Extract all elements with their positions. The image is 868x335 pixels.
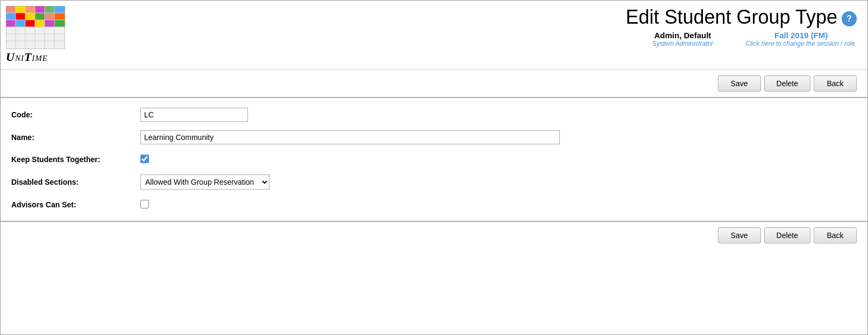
advisors-can-set-control [140,200,857,210]
disabled-sections-select[interactable]: Not Allowed Allowed Allowed With Group R… [140,175,269,190]
svg-rect-30 [6,41,16,49]
svg-rect-18 [6,27,16,34]
help-icon[interactable]: ? [842,11,857,26]
code-row: Code: [11,103,857,126]
user-info: Admin, Default System Administrator [652,31,714,47]
logo-text: UniTime [6,50,48,64]
logo-uni: Uni [6,50,24,64]
keep-together-checkbox[interactable] [140,155,149,163]
svg-rect-17 [54,20,65,27]
svg-rect-14 [25,20,35,27]
delete-button-top[interactable]: Delete [764,75,810,92]
page-title-row: Edit Student Group Type ? [625,6,857,29]
svg-rect-11 [54,13,65,20]
svg-rect-25 [16,34,25,41]
toolbar-top: Save Delete Back [1,70,867,98]
svg-rect-33 [35,41,45,49]
name-label: Name: [11,133,140,142]
keep-together-control [140,155,857,165]
advisors-can-set-label: Advisors Can Set: [11,200,140,209]
form-area: Code: Name: Keep Students Together: Disa… [1,98,867,222]
svg-rect-4 [45,6,54,13]
page-wrapper: UniTime Edit Student Group Type ? Admin,… [0,0,868,335]
svg-rect-7 [16,13,25,20]
svg-rect-0 [6,6,16,13]
code-label: Code: [11,110,140,119]
save-button-bottom[interactable]: Save [718,227,761,243]
svg-rect-12 [6,20,16,27]
svg-rect-19 [16,27,25,34]
name-control [140,130,857,144]
disabled-sections-row: Disabled Sections: Not Allowed Allowed A… [11,170,857,194]
user-role: System Administrator [652,40,714,47]
svg-rect-22 [45,27,54,34]
code-input[interactable] [140,108,248,122]
session-row: Admin, Default System Administrator Fall… [652,31,857,47]
svg-rect-13 [16,20,25,27]
session-info[interactable]: Fall 2019 (FM) Click here to change the … [745,31,857,47]
svg-rect-35 [54,41,65,49]
svg-rect-24 [6,34,16,41]
svg-rect-2 [25,6,35,13]
svg-rect-27 [35,34,45,41]
svg-rect-21 [35,27,45,34]
save-button-top[interactable]: Save [718,75,761,92]
svg-rect-29 [54,34,65,41]
header: UniTime Edit Student Group Type ? Admin,… [1,1,867,70]
name-input[interactable] [140,130,560,144]
svg-rect-9 [35,13,45,20]
svg-rect-34 [45,41,54,49]
toolbar-bottom: Save Delete Back [1,222,867,249]
advisors-can-set-checkbox[interactable] [140,200,149,208]
back-button-top[interactable]: Back [814,75,857,92]
keep-together-label: Keep Students Together: [11,155,140,164]
name-row: Name: [11,126,857,149]
svg-rect-20 [25,27,35,34]
logo-area: UniTime [6,6,65,64]
disabled-sections-label: Disabled Sections: [11,178,140,186]
disabled-sections-control: Not Allowed Allowed Allowed With Group R… [140,175,857,190]
advisors-can-set-row: Advisors Can Set: [11,194,857,215]
svg-rect-23 [54,27,65,34]
delete-button-bottom[interactable]: Delete [764,227,810,243]
user-name: Admin, Default [654,31,712,40]
svg-rect-32 [25,41,35,49]
logo-icon [6,6,65,49]
svg-rect-15 [35,20,45,27]
svg-rect-6 [6,13,16,20]
session-link[interactable]: Click here to change the session / role. [745,40,857,47]
back-button-bottom[interactable]: Back [814,227,857,243]
svg-rect-31 [16,41,25,49]
svg-rect-16 [45,20,54,27]
logo-time: Time [24,50,48,64]
svg-rect-5 [54,6,65,13]
page-title: Edit Student Group Type [625,6,837,29]
header-right: Edit Student Group Type ? Admin, Default… [65,6,857,47]
svg-rect-28 [45,34,54,41]
svg-rect-3 [35,6,45,13]
code-control [140,108,857,122]
svg-rect-26 [25,34,35,41]
session-name[interactable]: Fall 2019 (FM) [774,31,828,40]
svg-rect-8 [25,13,35,20]
keep-together-row: Keep Students Together: [11,149,857,170]
svg-rect-10 [45,13,54,20]
svg-rect-1 [16,6,25,13]
